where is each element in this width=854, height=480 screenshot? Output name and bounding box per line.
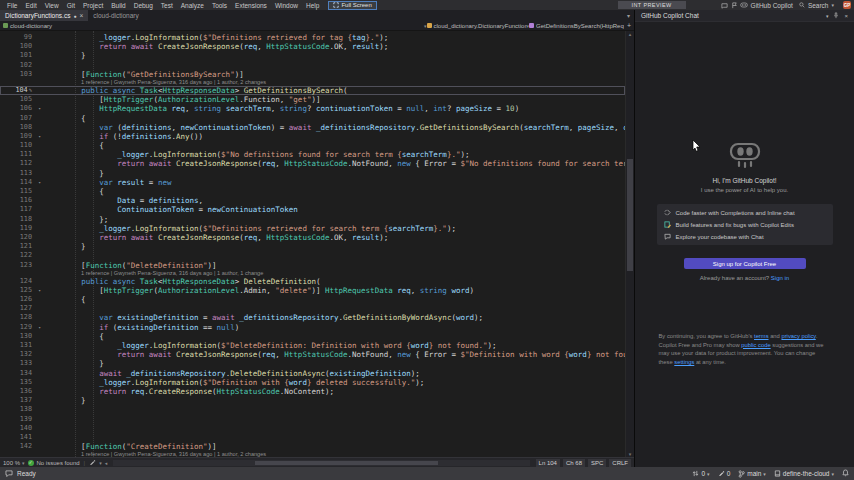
pending-edits-control[interactable]: 0	[718, 470, 731, 477]
menu-debug[interactable]: Debug	[130, 2, 157, 9]
spaces-indicator[interactable]: SPC	[588, 459, 606, 467]
code-line[interactable]: 128 var existingDefinition = await _defi…	[0, 313, 625, 322]
signup-copilot-free-button[interactable]: Sign up for Copilot Free	[684, 258, 806, 269]
code-line[interactable]: 120 return await CreateJsonResponse(req,…	[0, 233, 625, 242]
tab-dictionaryfunctions[interactable]: DictionaryFunctions.cs ● ×	[0, 10, 88, 21]
panel-dropdown-icon[interactable]: ▾	[826, 13, 829, 19]
code-line[interactable]: 129▾ if (existingDefinition == null)	[0, 323, 625, 332]
fold-chevron-icon[interactable]: ▾	[34, 323, 45, 332]
code-line[interactable]: 130 {	[0, 332, 625, 341]
code-line[interactable]: 101 }	[0, 51, 625, 60]
code-line[interactable]: 126 {	[0, 295, 625, 304]
code-line[interactable]: 103 [Function("GetDefinitionsBySearch")]	[0, 70, 625, 79]
send-feedback-icon[interactable]	[720, 2, 730, 9]
member-dropdown[interactable]: GetDefinitionsBySearch(HttpRequestData r…	[529, 23, 624, 29]
feedback-icon[interactable]	[5, 470, 13, 478]
code-line[interactable]: 118 };	[0, 215, 625, 224]
code-line[interactable]: 115 {	[0, 187, 625, 196]
menu-build[interactable]: Build	[107, 2, 129, 9]
column-indicator[interactable]: Ch 68	[563, 459, 585, 467]
code-line[interactable]: 141	[0, 433, 625, 442]
legal-link[interactable]: privacy policy	[781, 333, 815, 339]
notifications-flag-icon[interactable]	[730, 2, 740, 9]
code-line[interactable]: 102	[0, 61, 625, 70]
type-dropdown[interactable]: cloud_dictionary.DictionaryFunctions	[427, 23, 527, 29]
tabbar-controls[interactable]: ▾	[627, 10, 634, 21]
menu-view[interactable]: View	[41, 2, 63, 9]
health-indicator-icon[interactable]: ✓	[28, 460, 34, 466]
branch-selector[interactable]: main ▾	[738, 470, 766, 478]
issues-label[interactable]: No issues found	[37, 460, 80, 466]
menu-help[interactable]: Help	[302, 2, 323, 9]
legal-link[interactable]: public code	[741, 342, 770, 348]
code-line[interactable]: 139	[0, 415, 625, 424]
feature-chat[interactable]: Explore your codebase with Chat	[664, 233, 826, 240]
legal-link[interactable]: settings	[674, 359, 694, 365]
code-line[interactable]: 112 return await CreateJsonResponse(req,…	[0, 159, 625, 168]
codelens-indicator[interactable]: 1 reference | Gwyneth Pena-Siguenza, 316…	[0, 451, 625, 457]
code-line[interactable]: 133 }	[0, 359, 625, 368]
line-ending-indicator[interactable]: CRLF	[609, 459, 631, 467]
scroll-up-icon[interactable]: ▴	[626, 31, 634, 37]
add-icon[interactable]: +	[624, 22, 634, 29]
code-line[interactable]: 109▾ if (!definitions.Any())	[0, 132, 625, 141]
code-line[interactable]: 134 await _definitionsRepository.DeleteD…	[0, 369, 625, 378]
line-indicator[interactable]: Ln 104	[536, 459, 560, 467]
code-line[interactable]: 108 var (definitions, newContinuationTok…	[0, 123, 625, 132]
fold-chevron-icon[interactable]: ▾	[34, 104, 45, 113]
code-line[interactable]: 114▾ var result = new	[0, 178, 625, 187]
github-copilot-menu[interactable]: GitHub Copilot	[740, 2, 793, 9]
bell-icon[interactable]	[842, 469, 849, 478]
code-line[interactable]: 107 {	[0, 114, 625, 123]
horizontal-scrollbar-thumb[interactable]	[255, 461, 438, 465]
fold-chevron-icon[interactable]: ▾	[34, 286, 45, 295]
full-screen-button[interactable]: Full Screen	[328, 1, 376, 10]
code-line[interactable]: 119 _logger.LogInformation($"Definitions…	[0, 224, 625, 233]
codelens-indicator[interactable]: 1 reference | Gwyneth Pena-Siguenza, 316…	[0, 270, 625, 277]
code-line[interactable]: 124 public async Task<HttpResponseData> …	[0, 277, 625, 286]
code-line[interactable]: 131 _logger.LogInformation($"DeleteDefin…	[0, 341, 625, 350]
zoom-level-dropdown[interactable]: 100 % ▾	[3, 460, 25, 466]
code-line[interactable]: 136 return req.CreateResponse(HttpStatus…	[0, 387, 625, 396]
track-changes-icon[interactable]	[89, 459, 96, 467]
menu-test[interactable]: Test	[157, 2, 177, 9]
code-line[interactable]: 100 return await CreateJsonResponse(req,…	[0, 42, 625, 51]
vertical-scrollbar-thumb[interactable]	[627, 159, 633, 271]
code-line[interactable]: 117 ContinuationToken = newContinuationT…	[0, 205, 625, 214]
project-dropdown[interactable]: cloud-dictionary	[0, 23, 424, 29]
codelens-indicator[interactable]: 1 reference | Gwyneth Pena-Siguenza, 316…	[0, 79, 625, 86]
code-line[interactable]: 104✎ public async Task<HttpResponseData>…	[0, 86, 625, 95]
repo-selector[interactable]: define-the-cloud ▾	[774, 470, 834, 477]
sync-control[interactable]: 0 ▾	[692, 470, 709, 477]
code-line[interactable]: 111 _logger.LogInformation($"No definiti…	[0, 150, 625, 159]
code-line[interactable]: 122	[0, 251, 625, 260]
code-line[interactable]: 138	[0, 405, 625, 414]
horizontal-scrollbar[interactable]	[113, 460, 529, 466]
menu-extensions[interactable]: Extensions	[231, 2, 271, 9]
legal-link[interactable]: terms	[754, 333, 769, 339]
menu-project[interactable]: Project	[79, 2, 107, 9]
code-line[interactable]: 132 return await CreateJsonResponse(req,…	[0, 350, 625, 359]
close-panel-icon[interactable]: ×	[844, 13, 848, 19]
code-line[interactable]: 142 [Function("CreateDefinition")]	[0, 442, 625, 451]
vertical-scrollbar[interactable]: ▴ ▾	[625, 31, 634, 457]
menu-edit[interactable]: Edit	[21, 2, 40, 9]
code-line[interactable]: 116 Data = definitions,	[0, 196, 625, 205]
tab-cloud-dictionary[interactable]: cloud-dictionary	[88, 10, 144, 21]
code-line[interactable]: 113 }	[0, 169, 625, 178]
menu-git[interactable]: Git	[63, 2, 79, 9]
code-line[interactable]: 121 }	[0, 242, 625, 251]
tab-list-dropdown-icon[interactable]: ▾	[627, 12, 630, 19]
menu-analyze[interactable]: Analyze	[177, 2, 208, 9]
search-control[interactable]: Search ▾	[799, 2, 834, 9]
menu-window[interactable]: Window	[271, 2, 302, 9]
code-line[interactable]: 127	[0, 304, 625, 313]
code-editor[interactable]: 99 _logger.LogInformation($"Definitions …	[0, 31, 634, 457]
code-line[interactable]: 105 [HttpTrigger(AuthorizationLevel.Func…	[0, 95, 625, 104]
code-line[interactable]: 106▾ HttpRequestData req, string searchT…	[0, 104, 625, 113]
code-line[interactable]: 140	[0, 424, 625, 433]
feature-copilot-edits[interactable]: Build features and fix bugs with Copilot…	[664, 221, 826, 228]
fold-chevron-icon[interactable]: ▾	[34, 178, 45, 187]
fold-chevron-icon[interactable]: ▾	[34, 132, 45, 141]
scroll-left-icon[interactable]: ◂	[105, 460, 108, 466]
